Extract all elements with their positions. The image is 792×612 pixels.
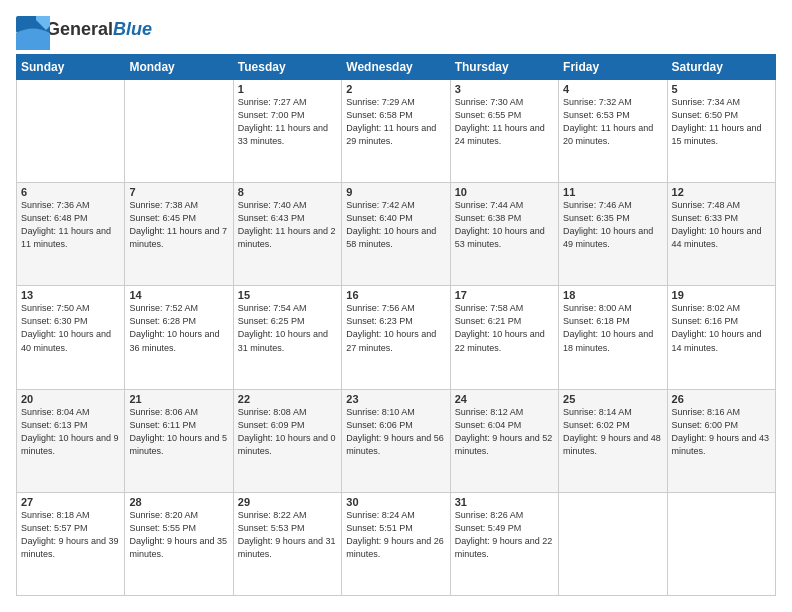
day-number: 18 — [563, 289, 662, 301]
week-row-4: 20Sunrise: 8:04 AM Sunset: 6:13 PM Dayli… — [17, 389, 776, 492]
day-cell: 7Sunrise: 7:38 AM Sunset: 6:45 PM Daylig… — [125, 183, 233, 286]
day-number: 26 — [672, 393, 771, 405]
day-cell: 14Sunrise: 7:52 AM Sunset: 6:28 PM Dayli… — [125, 286, 233, 389]
day-number: 27 — [21, 496, 120, 508]
day-cell — [667, 492, 775, 595]
day-info: Sunrise: 7:27 AM Sunset: 7:00 PM Dayligh… — [238, 96, 337, 148]
day-number: 2 — [346, 83, 445, 95]
header-day-monday: Monday — [125, 55, 233, 80]
day-cell: 28Sunrise: 8:20 AM Sunset: 5:55 PM Dayli… — [125, 492, 233, 595]
header-day-sunday: Sunday — [17, 55, 125, 80]
day-cell: 19Sunrise: 8:02 AM Sunset: 6:16 PM Dayli… — [667, 286, 775, 389]
header-day-saturday: Saturday — [667, 55, 775, 80]
day-cell: 1Sunrise: 7:27 AM Sunset: 7:00 PM Daylig… — [233, 80, 341, 183]
day-cell: 4Sunrise: 7:32 AM Sunset: 6:53 PM Daylig… — [559, 80, 667, 183]
day-info: Sunrise: 7:30 AM Sunset: 6:55 PM Dayligh… — [455, 96, 554, 148]
day-cell: 9Sunrise: 7:42 AM Sunset: 6:40 PM Daylig… — [342, 183, 450, 286]
day-cell: 8Sunrise: 7:40 AM Sunset: 6:43 PM Daylig… — [233, 183, 341, 286]
day-cell: 17Sunrise: 7:58 AM Sunset: 6:21 PM Dayli… — [450, 286, 558, 389]
week-row-2: 6Sunrise: 7:36 AM Sunset: 6:48 PM Daylig… — [17, 183, 776, 286]
day-number: 3 — [455, 83, 554, 95]
header-day-tuesday: Tuesday — [233, 55, 341, 80]
day-info: Sunrise: 7:58 AM Sunset: 6:21 PM Dayligh… — [455, 302, 554, 354]
day-info: Sunrise: 7:44 AM Sunset: 6:38 PM Dayligh… — [455, 199, 554, 251]
day-cell — [17, 80, 125, 183]
calendar-table: SundayMondayTuesdayWednesdayThursdayFrid… — [16, 54, 776, 596]
day-cell: 11Sunrise: 7:46 AM Sunset: 6:35 PM Dayli… — [559, 183, 667, 286]
day-cell: 10Sunrise: 7:44 AM Sunset: 6:38 PM Dayli… — [450, 183, 558, 286]
day-info: Sunrise: 8:08 AM Sunset: 6:09 PM Dayligh… — [238, 406, 337, 458]
day-number: 4 — [563, 83, 662, 95]
day-info: Sunrise: 7:32 AM Sunset: 6:53 PM Dayligh… — [563, 96, 662, 148]
day-info: Sunrise: 7:48 AM Sunset: 6:33 PM Dayligh… — [672, 199, 771, 251]
header-day-thursday: Thursday — [450, 55, 558, 80]
day-cell: 30Sunrise: 8:24 AM Sunset: 5:51 PM Dayli… — [342, 492, 450, 595]
day-number: 21 — [129, 393, 228, 405]
day-info: Sunrise: 7:42 AM Sunset: 6:40 PM Dayligh… — [346, 199, 445, 251]
day-cell: 27Sunrise: 8:18 AM Sunset: 5:57 PM Dayli… — [17, 492, 125, 595]
day-number: 29 — [238, 496, 337, 508]
day-info: Sunrise: 8:18 AM Sunset: 5:57 PM Dayligh… — [21, 509, 120, 561]
day-number: 11 — [563, 186, 662, 198]
day-cell: 3Sunrise: 7:30 AM Sunset: 6:55 PM Daylig… — [450, 80, 558, 183]
day-cell: 25Sunrise: 8:14 AM Sunset: 6:02 PM Dayli… — [559, 389, 667, 492]
day-number: 8 — [238, 186, 337, 198]
day-info: Sunrise: 7:52 AM Sunset: 6:28 PM Dayligh… — [129, 302, 228, 354]
calendar-body: 1Sunrise: 7:27 AM Sunset: 7:00 PM Daylig… — [17, 80, 776, 596]
week-row-3: 13Sunrise: 7:50 AM Sunset: 6:30 PM Dayli… — [17, 286, 776, 389]
day-info: Sunrise: 8:00 AM Sunset: 6:18 PM Dayligh… — [563, 302, 662, 354]
day-number: 16 — [346, 289, 445, 301]
day-info: Sunrise: 7:40 AM Sunset: 6:43 PM Dayligh… — [238, 199, 337, 251]
week-row-5: 27Sunrise: 8:18 AM Sunset: 5:57 PM Dayli… — [17, 492, 776, 595]
day-info: Sunrise: 8:02 AM Sunset: 6:16 PM Dayligh… — [672, 302, 771, 354]
header-day-wednesday: Wednesday — [342, 55, 450, 80]
day-number: 10 — [455, 186, 554, 198]
logo-blue: Blue — [113, 19, 152, 39]
day-number: 12 — [672, 186, 771, 198]
logo-text: GeneralBlue — [46, 20, 152, 40]
day-cell: 16Sunrise: 7:56 AM Sunset: 6:23 PM Dayli… — [342, 286, 450, 389]
day-info: Sunrise: 7:29 AM Sunset: 6:58 PM Dayligh… — [346, 96, 445, 148]
day-info: Sunrise: 7:36 AM Sunset: 6:48 PM Dayligh… — [21, 199, 120, 251]
day-number: 17 — [455, 289, 554, 301]
day-cell: 20Sunrise: 8:04 AM Sunset: 6:13 PM Dayli… — [17, 389, 125, 492]
page: GeneralBlue SundayMondayTuesdayWednesday… — [0, 0, 792, 612]
day-info: Sunrise: 7:34 AM Sunset: 6:50 PM Dayligh… — [672, 96, 771, 148]
calendar-header: SundayMondayTuesdayWednesdayThursdayFrid… — [17, 55, 776, 80]
logo-icon — [16, 16, 44, 44]
day-info: Sunrise: 7:46 AM Sunset: 6:35 PM Dayligh… — [563, 199, 662, 251]
day-info: Sunrise: 7:54 AM Sunset: 6:25 PM Dayligh… — [238, 302, 337, 354]
header-row: SundayMondayTuesdayWednesdayThursdayFrid… — [17, 55, 776, 80]
day-number: 7 — [129, 186, 228, 198]
day-number: 22 — [238, 393, 337, 405]
day-cell: 29Sunrise: 8:22 AM Sunset: 5:53 PM Dayli… — [233, 492, 341, 595]
day-number: 13 — [21, 289, 120, 301]
day-info: Sunrise: 8:12 AM Sunset: 6:04 PM Dayligh… — [455, 406, 554, 458]
day-cell: 23Sunrise: 8:10 AM Sunset: 6:06 PM Dayli… — [342, 389, 450, 492]
day-info: Sunrise: 8:04 AM Sunset: 6:13 PM Dayligh… — [21, 406, 120, 458]
day-info: Sunrise: 8:24 AM Sunset: 5:51 PM Dayligh… — [346, 509, 445, 561]
week-row-1: 1Sunrise: 7:27 AM Sunset: 7:00 PM Daylig… — [17, 80, 776, 183]
day-number: 14 — [129, 289, 228, 301]
day-cell — [559, 492, 667, 595]
day-info: Sunrise: 8:26 AM Sunset: 5:49 PM Dayligh… — [455, 509, 554, 561]
day-number: 30 — [346, 496, 445, 508]
day-number: 23 — [346, 393, 445, 405]
day-cell: 13Sunrise: 7:50 AM Sunset: 6:30 PM Dayli… — [17, 286, 125, 389]
day-number: 25 — [563, 393, 662, 405]
day-cell: 24Sunrise: 8:12 AM Sunset: 6:04 PM Dayli… — [450, 389, 558, 492]
day-info: Sunrise: 8:06 AM Sunset: 6:11 PM Dayligh… — [129, 406, 228, 458]
day-cell: 15Sunrise: 7:54 AM Sunset: 6:25 PM Dayli… — [233, 286, 341, 389]
header: GeneralBlue — [16, 16, 776, 44]
day-info: Sunrise: 7:38 AM Sunset: 6:45 PM Dayligh… — [129, 199, 228, 251]
day-cell — [125, 80, 233, 183]
day-number: 5 — [672, 83, 771, 95]
day-number: 15 — [238, 289, 337, 301]
day-number: 6 — [21, 186, 120, 198]
day-cell: 31Sunrise: 8:26 AM Sunset: 5:49 PM Dayli… — [450, 492, 558, 595]
header-day-friday: Friday — [559, 55, 667, 80]
day-cell: 18Sunrise: 8:00 AM Sunset: 6:18 PM Dayli… — [559, 286, 667, 389]
day-number: 19 — [672, 289, 771, 301]
day-cell: 21Sunrise: 8:06 AM Sunset: 6:11 PM Dayli… — [125, 389, 233, 492]
day-cell: 22Sunrise: 8:08 AM Sunset: 6:09 PM Dayli… — [233, 389, 341, 492]
